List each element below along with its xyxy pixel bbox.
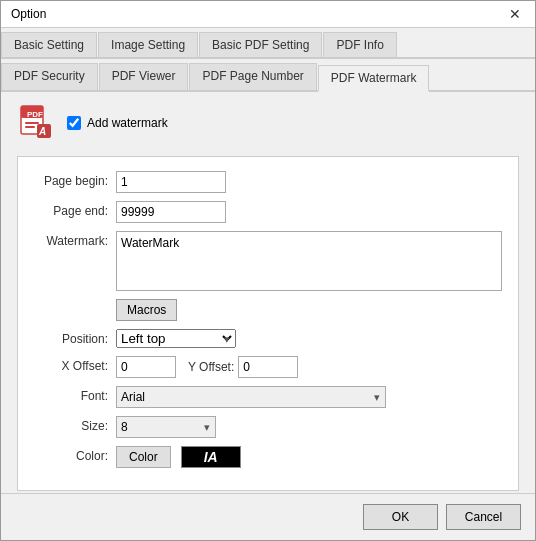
page-begin-row: Page begin: [34, 171, 502, 193]
close-button[interactable]: ✕ [505, 7, 525, 21]
color-label: Color: [34, 446, 116, 463]
pdf-icon: PDF A [17, 104, 55, 142]
tab-basic-pdf-setting[interactable]: Basic PDF Setting [199, 32, 322, 57]
watermark-label: Watermark: [34, 231, 116, 248]
color-preview: IA [181, 446, 241, 468]
font-select-wrapper: Arial Times New Roman Courier New Verdan… [116, 386, 386, 408]
tab-pdf-page-number[interactable]: PDF Page Number [189, 63, 316, 90]
tab-pdf-watermark[interactable]: PDF Watermark [318, 65, 430, 92]
svg-text:A: A [38, 126, 46, 137]
watermark-textarea[interactable]: WaterMark [116, 231, 502, 291]
color-row: Color: Color IA [34, 446, 502, 468]
color-button[interactable]: Color [116, 446, 171, 468]
macros-button[interactable]: Macros [116, 299, 177, 321]
y-offset-label: Y Offset: [188, 360, 234, 374]
x-offset-input[interactable] [116, 356, 176, 378]
tab-basic-setting[interactable]: Basic Setting [1, 32, 97, 57]
offset-inputs: Y Offset: [116, 356, 298, 378]
size-row: Size: 6 7 8 9 10 12 [34, 416, 502, 438]
content-area: PDF A Add watermark Page begin: Page end… [1, 92, 535, 493]
watermark-row: Watermark: WaterMark Macros [34, 231, 502, 321]
bottom-bar: OK Cancel [1, 493, 535, 540]
page-begin-label: Page begin: [34, 171, 116, 188]
font-select[interactable]: Arial Times New Roman Courier New Verdan… [116, 386, 386, 408]
header-row: PDF A Add watermark [17, 104, 519, 142]
offset-row: X Offset: Y Offset: [34, 356, 502, 378]
y-offset-input[interactable] [238, 356, 298, 378]
x-offset-label: X Offset: [34, 356, 116, 373]
add-watermark-text: Add watermark [87, 116, 168, 130]
page-end-row: Page end: [34, 201, 502, 223]
tab-pdf-viewer[interactable]: PDF Viewer [99, 63, 189, 90]
cancel-button[interactable]: Cancel [446, 504, 521, 530]
add-watermark-label[interactable]: Add watermark [67, 116, 168, 130]
font-label: Font: [34, 386, 116, 403]
tab-row-2: PDF Security PDF Viewer PDF Page Number … [1, 59, 535, 92]
tab-row-1: Basic Setting Image Setting Basic PDF Se… [1, 28, 535, 59]
color-preview-text: IA [204, 449, 218, 465]
tab-pdf-info[interactable]: PDF Info [323, 32, 396, 57]
position-select[interactable]: Left top Center top Right top Left cente… [116, 329, 236, 348]
font-row: Font: Arial Times New Roman Courier New … [34, 386, 502, 408]
add-watermark-checkbox[interactable] [67, 116, 81, 130]
page-begin-input[interactable] [116, 171, 226, 193]
page-end-label: Page end: [34, 201, 116, 218]
size-select-wrapper: 6 7 8 9 10 12 [116, 416, 216, 438]
svg-rect-4 [25, 126, 35, 128]
svg-text:PDF: PDF [27, 110, 43, 119]
color-controls: Color IA [116, 446, 241, 468]
position-label: Position: [34, 329, 116, 346]
page-end-input[interactable] [116, 201, 226, 223]
form-section: Page begin: Page end: Watermark: WaterMa… [17, 156, 519, 491]
svg-rect-3 [25, 122, 39, 124]
tab-image-setting[interactable]: Image Setting [98, 32, 198, 57]
tab-pdf-security[interactable]: PDF Security [1, 63, 98, 90]
position-row: Position: Left top Center top Right top … [34, 329, 502, 348]
title-bar: Option ✕ [1, 1, 535, 28]
option-dialog: Option ✕ Basic Setting Image Setting Bas… [0, 0, 536, 541]
size-label: Size: [34, 416, 116, 433]
position-select-wrapper: Left top Center top Right top Left cente… [116, 329, 236, 348]
dialog-title: Option [11, 7, 46, 21]
ok-button[interactable]: OK [363, 504, 438, 530]
size-select[interactable]: 6 7 8 9 10 12 [116, 416, 216, 438]
